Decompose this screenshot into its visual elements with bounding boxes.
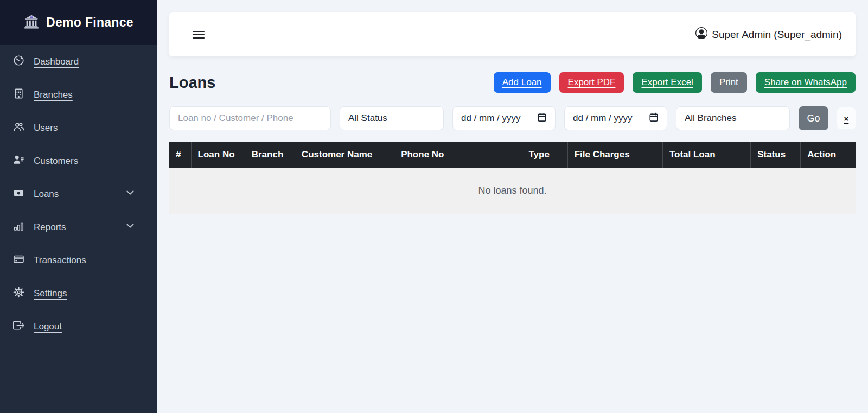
sidebar-item-transactions[interactable]: Transactions: [0, 244, 157, 277]
sidebar-item-customers[interactable]: Customers: [0, 144, 157, 177]
filter-bar: All Status dd / mm / yyyy dd / mm / yyyy: [169, 106, 856, 130]
sidebar-item-label: Transactions: [34, 255, 86, 266]
app-title: Demo Finance: [46, 15, 133, 30]
hamburger-icon: [192, 28, 206, 42]
branch-select[interactable]: All Branches: [676, 106, 790, 130]
app-logo: Demo Finance: [0, 0, 157, 45]
sidebar-item-label: Branches: [34, 90, 73, 100]
chevron-down-icon: [125, 188, 135, 200]
sidebar-item-loans[interactable]: Loans: [0, 177, 157, 211]
search-input[interactable]: [169, 106, 331, 130]
table-header-row: # Loan No Branch Customer Name Phone No …: [169, 142, 856, 168]
column-header-index: #: [169, 142, 191, 168]
building-icon: [13, 88, 24, 102]
column-header-branch: Branch: [245, 142, 295, 168]
sidebar-item-users[interactable]: Users: [0, 111, 157, 144]
sidebar-item-label: Dashboard: [34, 56, 79, 67]
loans-table: # Loan No Branch Customer Name Phone No …: [169, 142, 856, 214]
logout-icon: [13, 320, 24, 334]
empty-state-row: No loans found.: [169, 168, 856, 214]
empty-state-message: No loans found.: [169, 168, 856, 214]
chevron-down-icon: [125, 221, 135, 233]
bar-chart-icon: [13, 220, 24, 234]
sidebar-item-label: Customers: [34, 156, 78, 167]
user-menu[interactable]: Super Admin (Super_admin): [695, 27, 842, 42]
sidebar-item-branches[interactable]: Branches: [0, 78, 157, 111]
column-header-type: Type: [522, 142, 567, 168]
page-header: Loans Add Loan Export PDF Export Excel P…: [169, 72, 856, 93]
sidebar-item-label: Logout: [34, 321, 62, 332]
calendar-icon: [537, 112, 547, 125]
export-pdf-button[interactable]: Export PDF: [559, 72, 624, 93]
sidebar: Demo Finance Dashboard: [0, 0, 157, 413]
share-whatsapp-button[interactable]: Share on WhatsApp: [756, 72, 856, 93]
date-from-value: dd / mm / yyyy: [461, 113, 521, 124]
sidebar-nav: Dashboard Branches: [0, 45, 157, 343]
sidebar-item-reports[interactable]: Reports: [0, 211, 157, 244]
people-icon: [13, 121, 24, 135]
branch-selected-value: All Branches: [685, 113, 736, 124]
column-header-total-loan: Total Loan: [662, 142, 750, 168]
credit-card-icon: [13, 253, 24, 268]
sidebar-item-label: Loans: [34, 189, 59, 200]
person-circle-icon: [695, 27, 707, 42]
column-header-status: Status: [751, 142, 801, 168]
date-to-value: dd / mm / yyyy: [573, 113, 633, 124]
date-from-input[interactable]: dd / mm / yyyy: [452, 106, 556, 130]
clear-filters-button[interactable]: ×: [837, 107, 856, 129]
main-content: Super Admin (Super_admin) Loans Add Loan…: [157, 0, 868, 413]
topbar: Super Admin (Super_admin): [169, 12, 856, 56]
speedometer-icon: [13, 55, 24, 69]
export-excel-button[interactable]: Export Excel: [633, 72, 701, 93]
column-header-phone-no: Phone No: [394, 142, 522, 168]
column-header-file-charges: File Charges: [567, 142, 662, 168]
action-buttons: Add Loan Export PDF Export Excel Print S…: [494, 72, 856, 93]
cash-icon: [13, 187, 24, 201]
sidebar-item-settings[interactable]: Settings: [0, 277, 157, 310]
column-header-loan-no: Loan No: [191, 142, 245, 168]
person-lines-icon: [13, 154, 24, 168]
status-selected-value: All Status: [348, 113, 387, 124]
print-button[interactable]: Print: [711, 72, 747, 93]
status-select[interactable]: All Status: [340, 106, 444, 130]
menu-toggle-button[interactable]: [192, 28, 206, 42]
column-header-action: Action: [801, 142, 856, 168]
bank-icon: [23, 14, 40, 32]
sidebar-item-label: Reports: [34, 222, 66, 233]
user-name: Super Admin (Super_admin): [712, 29, 842, 41]
go-button[interactable]: Go: [799, 106, 828, 130]
add-loan-button[interactable]: Add Loan: [494, 72, 551, 93]
column-header-customer-name: Customer Name: [295, 142, 394, 168]
sidebar-item-label: Users: [34, 123, 58, 134]
sidebar-item-label: Settings: [34, 288, 67, 299]
gear-icon: [13, 287, 24, 301]
sidebar-item-dashboard[interactable]: Dashboard: [0, 45, 157, 78]
sidebar-item-logout[interactable]: Logout: [0, 310, 157, 343]
page-title: Loans: [169, 72, 215, 93]
date-to-input[interactable]: dd / mm / yyyy: [564, 106, 667, 130]
calendar-icon: [649, 112, 659, 125]
